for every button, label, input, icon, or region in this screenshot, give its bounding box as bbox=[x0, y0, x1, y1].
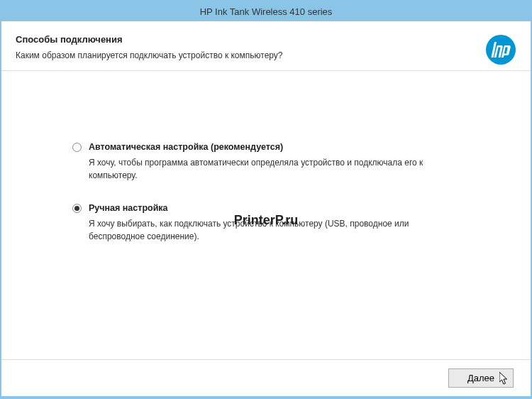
titlebar: HP Ink Tank Wireless 410 series bbox=[1, 1, 531, 21]
header-section: Способы подключения Каким образом планир… bbox=[1, 21, 531, 71]
window-frame: HP Ink Tank Wireless 410 series Способы … bbox=[0, 0, 532, 399]
option-auto-label: Автоматическая настройка (рекомендуется) bbox=[89, 142, 283, 152]
radio-manual[interactable] bbox=[72, 204, 82, 213]
options-area: Автоматическая настройка (рекомендуется)… bbox=[1, 71, 531, 278]
hp-logo-icon bbox=[485, 34, 516, 68]
window-title: HP Ink Tank Wireless 410 series bbox=[200, 6, 333, 17]
footer: Далее bbox=[1, 359, 531, 396]
next-button[interactable]: Далее bbox=[448, 368, 514, 388]
page-title: Способы подключения bbox=[16, 34, 516, 45]
radio-auto[interactable] bbox=[72, 143, 82, 152]
page-subtitle: Каким образом планируется подключать уст… bbox=[16, 50, 516, 60]
option-manual-label: Ручная настройка bbox=[89, 203, 168, 213]
content-area: Способы подключения Каким образом планир… bbox=[1, 21, 531, 396]
watermark-text: PrinterP.ru bbox=[234, 213, 299, 228]
option-auto-description: Я хочу, чтобы программа автоматически оп… bbox=[89, 156, 460, 182]
option-auto[interactable]: Автоматическая настройка (рекомендуется)… bbox=[72, 142, 460, 182]
